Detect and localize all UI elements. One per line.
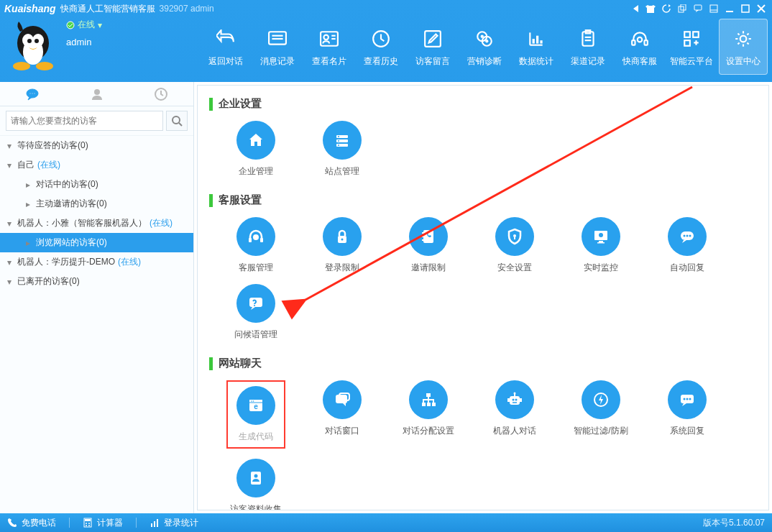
svg-point-63 xyxy=(338,145,339,146)
tab-contacts[interactable] xyxy=(65,82,129,106)
copy-icon[interactable] xyxy=(676,2,689,15)
status-calculator[interactable]: 计算器 xyxy=(83,517,123,529)
window-icon[interactable] xyxy=(707,2,720,15)
settings-item[interactable]: 安全设置 xyxy=(485,217,544,274)
minimize-icon[interactable] xyxy=(723,2,736,15)
main-toolbar: 返回对话消息记录查看名片查看历史访客留言营销诊断数据统计渠道记录快商客服智能云平… xyxy=(185,19,769,75)
svg-point-51 xyxy=(32,93,33,94)
status-phone[interactable]: 免费电话 xyxy=(7,517,56,529)
diag-icon xyxy=(472,27,497,51)
settings-item[interactable]: 登录限制 xyxy=(313,217,372,274)
svg-rect-90 xyxy=(336,395,347,403)
toolbar-settings[interactable]: 设置中心 xyxy=(719,19,768,75)
svg-point-98 xyxy=(515,399,518,401)
tree-label: 浏览网站的访客(0) xyxy=(36,237,107,249)
toolbar-channel[interactable]: 渠道记录 xyxy=(564,19,612,75)
user-name: admin xyxy=(66,37,102,47)
status-login-stats[interactable]: 登录统计 xyxy=(150,517,198,529)
tree-node[interactable]: ▾自己(在线) xyxy=(0,155,193,175)
toolbar-cloud[interactable]: 智能云平台 xyxy=(667,19,716,75)
svg-rect-76 xyxy=(597,242,605,244)
svg-rect-108 xyxy=(251,472,261,485)
svg-point-42 xyxy=(638,37,643,42)
tree-node[interactable]: ▾机器人：小雅（智能客服机器人）(在线) xyxy=(0,214,193,233)
svg-rect-139 xyxy=(151,523,152,527)
svg-point-55 xyxy=(173,116,180,124)
svg-line-8 xyxy=(758,5,765,12)
search-icon xyxy=(171,115,183,127)
skip-back-icon[interactable] xyxy=(628,2,641,15)
collect-icon xyxy=(236,459,275,497)
tree-node[interactable]: ▸主动邀请的访客(0) xyxy=(0,194,193,214)
toolbar-msglog[interactable]: 消息记录 xyxy=(253,19,302,75)
settings-item[interactable]: 企业管理 xyxy=(226,121,285,178)
settings-item[interactable]: 邀请限制 xyxy=(399,217,458,274)
toolbar-viewcard[interactable]: 查看名片 xyxy=(305,19,354,75)
svg-point-100 xyxy=(514,393,516,395)
chat-bubble-icon xyxy=(25,87,40,101)
toolbar-label: 查看历史 xyxy=(364,55,398,68)
chat-icon[interactable] xyxy=(691,2,704,15)
refresh-icon[interactable] xyxy=(660,2,673,15)
calculator-icon xyxy=(83,518,93,528)
app-logo: Kuaishang xyxy=(4,3,56,14)
tab-history[interactable] xyxy=(129,82,193,106)
tree-node[interactable]: ▾已离开的访客(0) xyxy=(0,272,193,291)
svg-rect-94 xyxy=(427,403,431,406)
user-status[interactable]: 在线 ▾ xyxy=(66,19,102,31)
svg-rect-40 xyxy=(632,40,635,45)
svg-point-30 xyxy=(485,40,488,42)
toolbar-stats[interactable]: 数据统计 xyxy=(512,19,561,75)
svg-rect-6 xyxy=(742,5,749,12)
settings-item[interactable]: 智能过滤/防刷 xyxy=(571,380,630,449)
tree-node[interactable]: ▾机器人：学历提升-DEMO(在线) xyxy=(0,252,193,272)
toolbar-guestmsg[interactable]: 访客留言 xyxy=(408,19,457,75)
sidebar: ▾等待应答的访客(0)▾自己(在线)▸对话中的访客(0)▸主动邀请的访客(0)▾… xyxy=(0,82,194,513)
search-button[interactable] xyxy=(166,111,188,131)
svg-rect-41 xyxy=(645,40,648,45)
settings-item[interactable]: 对话分配设置 xyxy=(399,380,458,449)
settings-item-label: 对话窗口 xyxy=(325,425,359,437)
svg-line-56 xyxy=(179,123,182,126)
svg-point-66 xyxy=(253,234,259,240)
user-box: 在线 ▾ admin xyxy=(6,19,185,73)
version-label: 版本号5.1.60.07 xyxy=(703,517,765,529)
toolbar-label: 快商客服 xyxy=(622,55,657,68)
svg-rect-33 xyxy=(533,39,535,44)
toolbar-history[interactable]: 查看历史 xyxy=(357,19,405,75)
toolbar-back[interactable]: 返回对话 xyxy=(201,19,250,75)
svg-rect-2 xyxy=(694,5,702,10)
settings-item[interactable]: e生成代码 xyxy=(226,380,285,449)
svg-point-48 xyxy=(740,35,747,42)
settings-item[interactable]: 实时监控 xyxy=(571,217,630,274)
close-icon[interactable] xyxy=(755,2,768,15)
settings-item[interactable]: 问候语管理 xyxy=(226,284,285,341)
svg-point-61 xyxy=(338,136,339,137)
settings-item[interactable]: 自动回复 xyxy=(658,217,717,274)
settings-item-label: 登录限制 xyxy=(325,262,359,274)
tree-node[interactable]: ▸对话中的访客(0) xyxy=(0,175,193,194)
settings-item[interactable]: 系统回复 xyxy=(658,380,717,449)
svg-point-97 xyxy=(513,399,515,401)
message-icon xyxy=(265,27,290,51)
chat-icon xyxy=(323,380,362,419)
settings-item[interactable]: 站点管理 xyxy=(313,121,372,178)
search-input[interactable] xyxy=(6,111,163,131)
tshirt-icon[interactable] xyxy=(644,2,657,15)
svg-rect-134 xyxy=(85,519,91,521)
settings-item-label: 客服管理 xyxy=(239,262,273,274)
tree-node[interactable]: ▾等待应答的访客(0) xyxy=(0,136,193,155)
svg-point-29 xyxy=(481,35,484,37)
settings-item[interactable]: 访客资料收集 xyxy=(226,459,285,510)
toolbar-diag[interactable]: 营销诊断 xyxy=(460,19,509,75)
avatar[interactable] xyxy=(6,19,60,73)
svg-point-62 xyxy=(338,140,339,142)
tree-suffix: (在线) xyxy=(37,159,60,171)
maximize-icon[interactable] xyxy=(739,2,752,15)
settings-item[interactable]: 对话窗口 xyxy=(313,380,372,449)
toolbar-service[interactable]: 快商客服 xyxy=(615,19,664,75)
settings-item[interactable]: 机器人对话 xyxy=(485,380,544,449)
tree-node[interactable]: ▸浏览网站的访客(0) xyxy=(0,233,193,252)
settings-item[interactable]: 客服管理 xyxy=(226,217,285,274)
tab-chat[interactable] xyxy=(0,82,65,106)
